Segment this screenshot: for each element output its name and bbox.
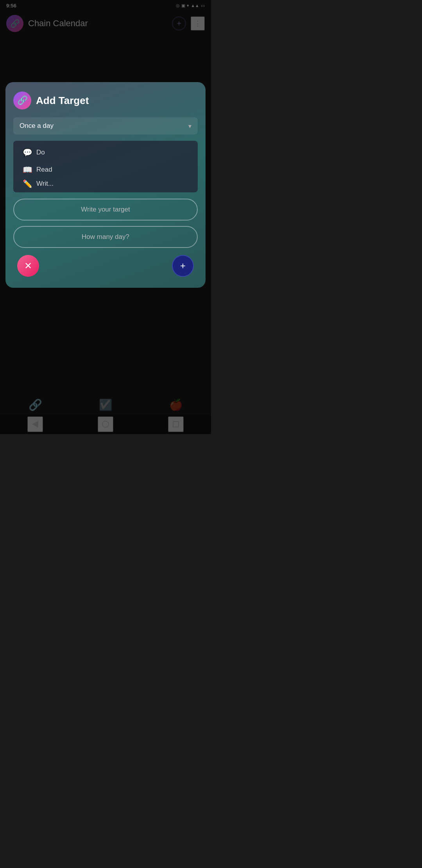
dropdown-item-read[interactable]: 📖 Read — [13, 161, 198, 178]
cancel-button[interactable]: ✕ — [17, 255, 39, 277]
target-input[interactable] — [13, 199, 198, 221]
do-label: Do — [36, 149, 45, 156]
frequency-selector[interactable]: Once a day ▾ — [13, 117, 198, 135]
dropdown-item-write-partial[interactable]: ✏️ Writ... — [13, 178, 198, 189]
add-target-modal: 🔗 Add Target Once a day ▾ 💬 Do 📖 Read ✏️… — [5, 82, 206, 288]
modal-action-row: ✕ + — [13, 253, 198, 277]
modal-icon: 🔗 — [13, 91, 31, 109]
read-emoji: 📖 — [23, 165, 32, 174]
write-emoji: ✏️ — [23, 179, 32, 188]
chevron-down-icon: ▾ — [188, 122, 191, 130]
dropdown-item-do[interactable]: 💬 Do — [13, 144, 198, 161]
write-label-partial: Writ... — [36, 180, 54, 188]
add-confirm-button[interactable]: + — [172, 255, 194, 277]
do-emoji: 💬 — [23, 148, 32, 157]
read-label: Read — [36, 166, 52, 174]
modal-header: 🔗 Add Target — [13, 91, 198, 109]
dropdown-list: 💬 Do 📖 Read ✏️ Writ... — [13, 141, 198, 192]
frequency-label: Once a day — [20, 122, 54, 130]
modal-title: Add Target — [36, 95, 89, 107]
days-input[interactable] — [13, 226, 198, 248]
